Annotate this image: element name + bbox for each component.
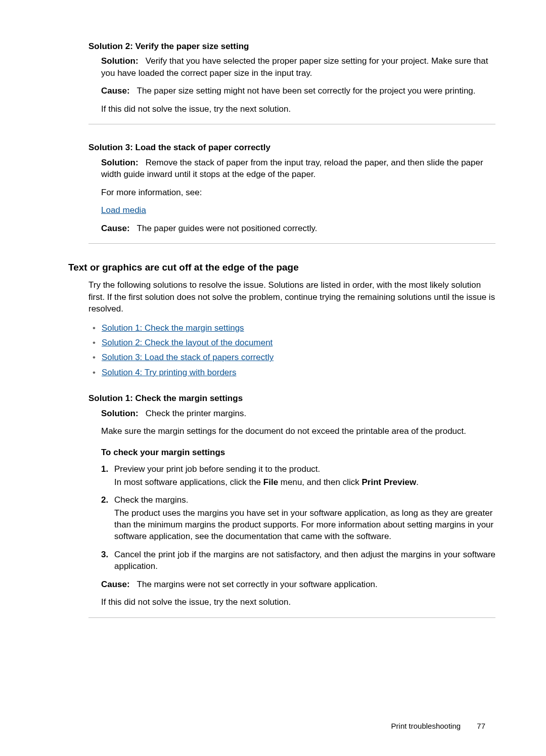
solution-3-heading: Solution 3: Load the stack of paper corr… [88, 142, 495, 153]
cause-label: Cause: [101, 580, 130, 589]
solution-1-trail: If this did not solve the issue, try the… [101, 596, 495, 608]
document-page: Solution 2: Verify the paper size settin… [68, 40, 495, 618]
solution-label: Solution: [101, 56, 139, 66]
step-2-line1: Check the margins. [114, 494, 495, 506]
solution-2-text: Verify that you have selected the proper… [101, 56, 488, 77]
step-2: Check the margins. The product uses the … [101, 494, 495, 543]
load-media-link[interactable]: Load media [101, 205, 146, 215]
cause-label: Cause: [101, 86, 130, 96]
solution-label: Solution: [101, 409, 139, 418]
solution-1-cause: The margins were not set correctly in yo… [137, 580, 378, 589]
footer-section: Print troubleshooting [391, 722, 461, 730]
divider [88, 617, 495, 618]
step-3: Cancel the print job if the margins are … [101, 549, 495, 572]
toc-item: Solution 2: Check the layout of the docu… [93, 337, 495, 348]
solution-3-body: Solution: Remove the stack of paper from… [101, 157, 495, 234]
divider [88, 243, 495, 244]
cause-label: Cause: [101, 224, 130, 233]
solution-label: Solution: [101, 158, 139, 167]
step-1-line1: Preview your print job before sending it… [114, 463, 495, 475]
solution-3-cause: The paper guides were not positioned cor… [137, 224, 317, 233]
step-1: Preview your print job before sending it… [101, 463, 495, 488]
toc-item: Solution 3: Load the stack of papers cor… [93, 351, 495, 363]
divider [88, 124, 495, 124]
toc-link-sol3[interactable]: Solution 3: Load the stack of papers cor… [102, 352, 274, 362]
solution-1-text: Check the printer margins. [146, 409, 246, 418]
page-number: 77 [477, 722, 485, 730]
toc-item: Solution 1: Check the margin settings [93, 322, 495, 334]
toc-item: Solution 4: Try printing with borders [93, 367, 495, 378]
solution-toc: Solution 1: Check the margin settings So… [93, 322, 495, 379]
solution-2-heading: Solution 2: Verify the paper size settin… [88, 40, 495, 52]
step-2-line2: The product uses the margins you have se… [114, 507, 495, 543]
toc-link-sol1[interactable]: Solution 1: Check the margin settings [102, 323, 244, 333]
solution-2-trail: If this did not solve the issue, try the… [101, 103, 495, 115]
step-3-text: Cancel the print job if the margins are … [114, 549, 495, 572]
section-heading: Text or graphics are cut off at the edge… [68, 261, 495, 274]
solution-2-body: Solution: Verify that you have selected … [101, 55, 495, 115]
section-intro: Try the following solutions to resolve t… [88, 279, 495, 315]
step-1-line2: In most software applications, click the… [114, 476, 495, 488]
solution-3-moreinfo: For more information, see: [101, 187, 495, 198]
toc-link-sol2[interactable]: Solution 2: Check the layout of the docu… [102, 338, 272, 347]
solution-2-cause: The paper size setting might not have be… [137, 86, 476, 96]
page-footer: Print troubleshooting 77 [391, 721, 485, 732]
solution-1-body: Solution: Check the printer margins. Mak… [101, 408, 495, 608]
solution-1-heading: Solution 1: Check the margin settings [88, 392, 495, 404]
solution-1-body2: Make sure the margin settings for the do… [101, 425, 495, 437]
margin-steps: Preview your print job before sending it… [101, 463, 495, 572]
solution-3-text: Remove the stack of paper from the input… [101, 158, 483, 179]
check-margins-subhead: To check your margin settings [101, 447, 495, 458]
toc-link-sol4[interactable]: Solution 4: Try printing with borders [102, 368, 236, 377]
